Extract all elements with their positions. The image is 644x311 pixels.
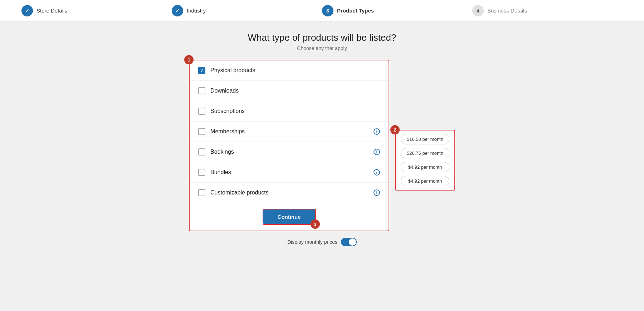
step-label-industry: Industry bbox=[187, 8, 206, 14]
toggle-row: Display monthly prices bbox=[287, 238, 357, 246]
product-label-downloads: Downloads bbox=[210, 88, 380, 94]
step-product-types[interactable]: 3Product Types bbox=[322, 5, 472, 16]
card-wrapper: 1 Physical productsDownloadsSubscription… bbox=[189, 60, 455, 231]
product-label-bundles: Bundles bbox=[210, 169, 369, 176]
pricing-inner: $16.58 per month $20.75 per month $4.92 … bbox=[395, 130, 455, 191]
checkbox-bundles[interactable] bbox=[198, 169, 205, 176]
step-circle-industry: ✓ bbox=[172, 5, 183, 16]
product-label-subscriptions: Subscriptions bbox=[210, 108, 380, 114]
product-item-bookings[interactable]: Bookingsi bbox=[190, 142, 389, 162]
product-label-memberships: Memberships bbox=[210, 128, 369, 135]
price-pill-1: $16.58 per month bbox=[401, 134, 449, 144]
product-card: Physical productsDownloadsSubscriptionsM… bbox=[189, 60, 389, 231]
step-business-details: 4Business Details bbox=[472, 5, 623, 16]
product-label-physical: Physical products bbox=[210, 67, 380, 74]
step-circle-business-details: 4 bbox=[472, 5, 484, 16]
pricing-panel: 2 $16.58 per month $20.75 per month $4.9… bbox=[395, 60, 455, 191]
product-label-bookings: Bookings bbox=[210, 149, 369, 155]
page-subtitle: Choose any that apply bbox=[297, 45, 347, 51]
badge-2: 2 bbox=[390, 125, 400, 134]
continue-btn-wrapper: 3 Continue bbox=[263, 209, 316, 225]
checkbox-physical[interactable] bbox=[198, 67, 205, 74]
price-pill-4: $4.92 per month bbox=[401, 176, 449, 186]
step-store-details[interactable]: ✓Store Details bbox=[21, 5, 172, 16]
checkbox-subscriptions[interactable] bbox=[198, 108, 205, 115]
product-item-customizable[interactable]: Customizable productsi bbox=[190, 183, 389, 203]
step-label-business-details: Business Details bbox=[487, 8, 527, 14]
badge-1: 1 bbox=[184, 55, 194, 64]
step-circle-product-types: 3 bbox=[322, 5, 333, 16]
product-label-customizable: Customizable products bbox=[210, 189, 369, 196]
price-pill-3: $4.92 per month bbox=[401, 162, 449, 172]
page-title: What type of products will be listed? bbox=[248, 32, 396, 43]
continue-row: 3 Continue bbox=[190, 203, 389, 231]
product-list-inner: Physical productsDownloadsSubscriptionsM… bbox=[189, 60, 389, 231]
step-industry[interactable]: ✓Industry bbox=[172, 5, 322, 16]
product-item-physical[interactable]: Physical products bbox=[190, 60, 389, 81]
checkbox-memberships[interactable] bbox=[198, 128, 205, 135]
info-icon-customizable[interactable]: i bbox=[374, 189, 380, 196]
price-pill-2: $20.75 per month bbox=[401, 148, 449, 158]
monthly-prices-toggle[interactable] bbox=[341, 238, 357, 246]
main-content: What type of products will be listed? Ch… bbox=[0, 21, 644, 311]
badge-3: 3 bbox=[311, 219, 320, 229]
product-item-downloads[interactable]: Downloads bbox=[190, 81, 389, 101]
checkbox-bookings[interactable] bbox=[198, 148, 205, 156]
step-circle-store-details: ✓ bbox=[21, 5, 33, 16]
checkbox-downloads[interactable] bbox=[198, 87, 205, 94]
info-icon-memberships[interactable]: i bbox=[374, 128, 380, 135]
info-icon-bookings[interactable]: i bbox=[374, 149, 380, 155]
step-label-product-types: Product Types bbox=[337, 8, 374, 14]
toggle-label: Display monthly prices bbox=[287, 239, 337, 245]
continue-button[interactable]: Continue bbox=[263, 209, 315, 224]
product-item-memberships[interactable]: Membershipsi bbox=[190, 122, 389, 142]
product-item-bundles[interactable]: Bundlesi bbox=[190, 162, 389, 183]
product-list: Physical productsDownloadsSubscriptionsM… bbox=[190, 60, 389, 203]
step-label-store-details: Store Details bbox=[36, 8, 67, 14]
checkbox-customizable[interactable] bbox=[198, 189, 205, 196]
product-item-subscriptions[interactable]: Subscriptions bbox=[190, 101, 389, 122]
info-icon-bundles[interactable]: i bbox=[374, 169, 380, 176]
stepper: ✓Store Details✓Industry3Product Types4Bu… bbox=[0, 0, 644, 21]
